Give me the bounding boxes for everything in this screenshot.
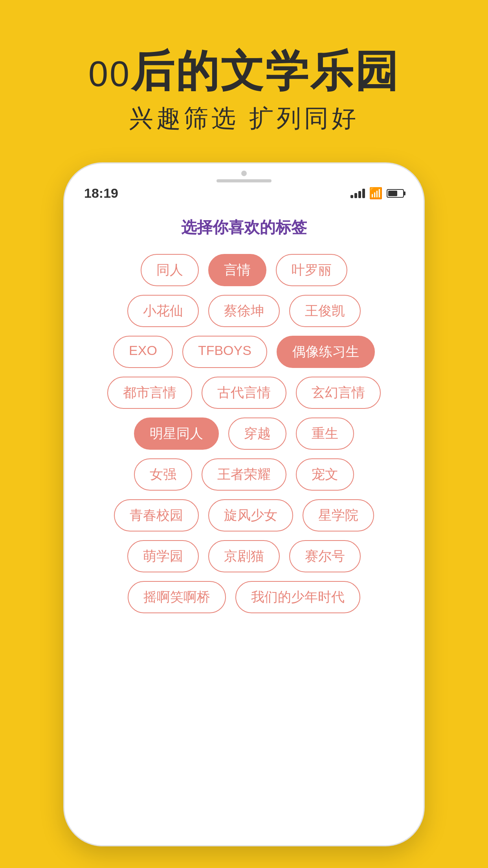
tag-8-0[interactable]: 摇啊笑啊桥 [128, 581, 226, 613]
tag-4-0[interactable]: 明星同人 [134, 417, 219, 450]
tag-6-2[interactable]: 星学院 [303, 499, 374, 531]
tag-2-0[interactable]: EXO [113, 336, 173, 368]
tag-2-1[interactable]: TFBOYS [182, 336, 267, 368]
tag-7-0[interactable]: 萌学园 [127, 540, 199, 572]
status-icons: 📶 [350, 187, 404, 200]
tag-4-1[interactable]: 穿越 [228, 417, 286, 450]
tags-container: 同人言情叶罗丽小花仙蔡徐坤王俊凯EXOTFBOYS偶像练习生都市言情古代言情玄幻… [64, 254, 424, 845]
tag-0-0[interactable]: 同人 [141, 254, 199, 286]
tag-1-2[interactable]: 王俊凯 [289, 295, 361, 327]
phone-speaker [216, 179, 272, 182]
tags-row-5: 女强王者荣耀宠文 [84, 458, 404, 491]
wifi-icon: 📶 [369, 187, 383, 200]
battery-fill [388, 191, 397, 196]
tags-row-1: 小花仙蔡徐坤王俊凯 [84, 295, 404, 327]
tags-row-2: EXOTFBOYS偶像练习生 [84, 336, 404, 368]
main-title: 00后的文学乐园 [88, 47, 400, 95]
tag-6-0[interactable]: 青春校园 [114, 499, 199, 531]
tag-0-2[interactable]: 叶罗丽 [276, 254, 347, 286]
signal-icon [350, 189, 365, 198]
tag-6-1[interactable]: 旋风少女 [208, 499, 293, 531]
tags-row-3: 都市言情古代言情玄幻言情 [84, 377, 404, 409]
phone-top-area [64, 164, 424, 182]
tag-1-1[interactable]: 蔡徐坤 [208, 295, 280, 327]
tags-row-0: 同人言情叶罗丽 [84, 254, 404, 286]
signal-bar-1 [350, 195, 353, 198]
battery-icon [387, 189, 404, 198]
tag-8-1[interactable]: 我们的少年时代 [235, 581, 360, 613]
phone-camera [241, 171, 247, 176]
signal-bar-4 [362, 189, 365, 198]
tag-7-2[interactable]: 赛尔号 [289, 540, 361, 572]
tags-row-4: 明星同人穿越重生 [84, 417, 404, 450]
tag-5-2[interactable]: 宠文 [296, 458, 354, 491]
page-title: 选择你喜欢的标签 [64, 217, 424, 238]
tag-4-2[interactable]: 重生 [296, 417, 354, 450]
tags-row-7: 萌学园京剧猫赛尔号 [84, 540, 404, 572]
tag-3-1[interactable]: 古代言情 [202, 377, 286, 409]
signal-bar-2 [354, 193, 357, 198]
tag-2-2[interactable]: 偶像练习生 [277, 336, 375, 368]
subtitle: 兴趣筛选 扩列同好 [88, 102, 400, 135]
phone-frame: 18:19 📶 选择你喜欢的标签 同人言情叶罗丽小花仙蔡徐坤王俊凯EXOTFBO… [63, 162, 425, 846]
status-bar: 18:19 📶 [64, 182, 424, 201]
signal-bar-3 [358, 191, 361, 198]
tag-5-0[interactable]: 女强 [134, 458, 192, 491]
tag-1-0[interactable]: 小花仙 [127, 295, 199, 327]
tag-5-1[interactable]: 王者荣耀 [202, 458, 286, 491]
tags-row-8: 摇啊笑啊桥我们的少年时代 [84, 581, 404, 613]
title-oo: 00 [88, 54, 131, 94]
tag-0-1[interactable]: 言情 [208, 254, 266, 286]
tag-3-0[interactable]: 都市言情 [107, 377, 192, 409]
header-section: 00后的文学乐园 兴趣筛选 扩列同好 [88, 47, 400, 135]
tags-row-6: 青春校园旋风少女星学院 [84, 499, 404, 531]
tag-3-2[interactable]: 玄幻言情 [296, 377, 381, 409]
status-time: 18:19 [84, 186, 118, 201]
tag-7-1[interactable]: 京剧猫 [208, 540, 280, 572]
